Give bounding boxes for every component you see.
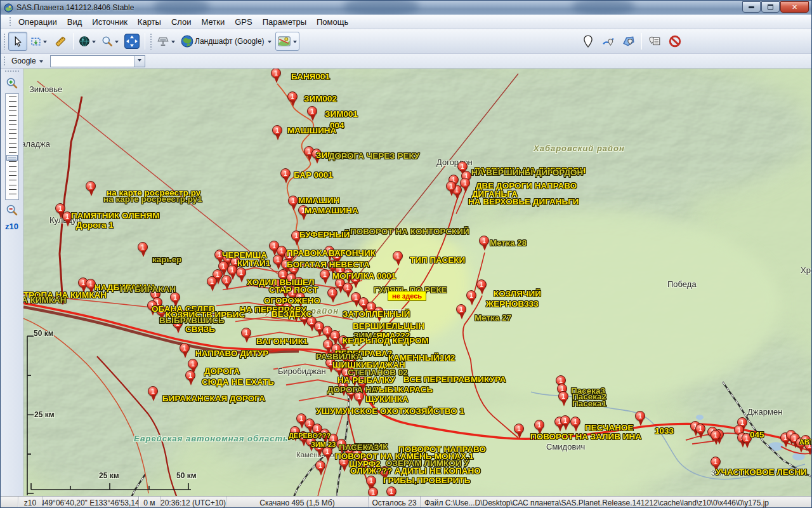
placemark-label[interactable]: Метка 28 — [490, 238, 527, 248]
placemark-label[interactable]: ЗИМ002 — [304, 94, 337, 104]
map-pin[interactable]: 1 — [86, 181, 97, 197]
placemark-label[interactable]: ММАШИН — [298, 196, 339, 205]
placemark-label[interactable]: Дорога 1 — [76, 220, 114, 230]
placemark-label[interactable]: КЕДРЫ — [343, 336, 374, 345]
zoom-out-button[interactable] — [4, 203, 20, 218]
map-pin[interactable]: 1 — [710, 430, 722, 446]
fullscreen-button[interactable] — [122, 32, 141, 51]
search-provider-button[interactable]: Google — [8, 55, 46, 67]
placemark-label[interactable]: МОГИЛКА 0001 — [332, 271, 396, 281]
map-pin[interactable]: 1 — [180, 343, 191, 359]
placemark-label[interactable]: ПАСЕКА3 — [339, 443, 379, 452]
placemark-label[interactable]: СВЯЗЬ — [185, 324, 215, 334]
map-pin[interactable]: 1 — [271, 69, 282, 84]
hide-marks-button[interactable] — [665, 32, 684, 51]
placemark-label[interactable]: ЕЛЬЦЫН — [386, 321, 424, 331]
placemark-label[interactable]: ЖЕРНОВ333 — [486, 299, 539, 309]
map-pin[interactable]: 1 — [386, 486, 398, 496]
placemark-label[interactable]: ЗИМ 23 — [311, 441, 336, 448]
placemark-label[interactable]: МИКУРА — [471, 375, 506, 384]
placemark-label[interactable]: НАПРАВО ДИТУР — [195, 349, 268, 358]
map-pin[interactable]: 1 — [241, 328, 252, 344]
placemark-label[interactable]: ТИП ПАСЕКИ — [410, 255, 465, 265]
placemark-label[interactable]: КОЗЛЯЧИЙ — [494, 289, 541, 298]
map-pin[interactable]: 1 — [558, 391, 570, 408]
map-pin[interactable]: 1 — [185, 370, 197, 387]
dark-globe-button[interactable] — [77, 32, 98, 51]
placemark-label[interactable]: ЗИМ001 — [325, 109, 358, 119]
placemark-label[interactable]: СЮДА НЕ ЕХАТЬ — [202, 377, 274, 387]
map-pin[interactable]: 1 — [207, 276, 218, 293]
placemark-label[interactable]: ВЕЗДЕХС — [272, 309, 312, 319]
map-source-button[interactable]: Ландшафт (Google) — [179, 32, 274, 51]
map-pin[interactable]: 1 — [280, 168, 292, 185]
placemark-label[interactable]: ВЫБРАВШИСЬ — [159, 316, 225, 325]
selected-placemark-label[interactable]: не здесь — [388, 291, 426, 301]
placemark-label[interactable]: ДОРОГА — [204, 366, 240, 376]
placemark-label[interactable]: ПАМЯТНИК ОЛЕНЯМ — [71, 211, 159, 220]
map-pin[interactable]: 1 — [635, 411, 646, 427]
placemark-label[interactable]: ГРИБЫ,ПРОВЕРИТЬ — [383, 476, 470, 485]
menu-item-параметры[interactable]: Параметры — [258, 15, 311, 29]
menu-item-слои[interactable]: Слои — [166, 15, 197, 29]
placemark-label[interactable]: БАР 0001 — [294, 170, 333, 180]
add-path-button[interactable] — [599, 32, 618, 51]
placemark-manager-button[interactable] — [645, 32, 664, 51]
zoom-slider-handle[interactable] — [6, 155, 18, 161]
zoom-in-button[interactable] — [4, 76, 20, 91]
title-bar[interactable]: SAS.Планета 141212.8406 Stable ✕ — [1, 1, 811, 15]
placemark-label[interactable]: БОГАТАЯ НЕВЕСТА — [287, 260, 370, 269]
placemark-label[interactable]: ВАГОНЧИК1 — [256, 337, 308, 346]
menu-item-вид[interactable]: Вид — [62, 15, 88, 29]
maximize-button[interactable] — [761, 1, 780, 13]
map-pin[interactable]: 1 — [315, 460, 327, 477]
map-pin[interactable]: 1 — [570, 417, 582, 433]
map-pin[interactable]: 1 — [479, 236, 490, 252]
search-input[interactable] — [51, 56, 134, 67]
placemark-label[interactable]: МАМАШИНА — [304, 206, 358, 215]
map-pin[interactable]: 1 — [476, 279, 488, 296]
placemark-label[interactable]: ПА НА КИМКАН — [23, 295, 66, 305]
map-pin[interactable]: 1 — [221, 275, 233, 291]
combobox-dropdown-button[interactable] — [134, 56, 145, 67]
map-viewport[interactable]: 1111111111111111111111111111111111111111… — [23, 69, 812, 496]
placemark-label[interactable]: Метка 27 — [475, 313, 511, 323]
placemark-label[interactable]: ДОРОГА ЧЕРЕЗ РЕКУ — [329, 151, 419, 161]
map-pin[interactable]: 1 — [695, 424, 707, 440]
placemark-label[interactable]: ВСЕ ПЕРЕПРАВЫ — [403, 375, 479, 384]
map-pin[interactable]: 1 — [466, 290, 478, 307]
map-pin[interactable]: 1 — [393, 251, 404, 267]
placemark-label[interactable]: ЗАТОПЛЕННЫЙ — [343, 309, 410, 319]
menu-item-карты[interactable]: Карты — [133, 15, 166, 29]
map-pin[interactable]: 1 — [307, 106, 318, 123]
map-pin[interactable]: 1 — [272, 125, 284, 142]
gps-device-button[interactable] — [155, 32, 178, 51]
pan-cursor-button[interactable] — [8, 32, 27, 51]
placemark-label[interactable]: НА ВЕРХОВЬЕ ДИГАНЬГИ — [468, 197, 579, 206]
placemark-label[interactable]: ПЕСЧАНОЕ — [585, 423, 634, 432]
measure-ruler-button[interactable] — [51, 32, 70, 51]
menu-item-операции[interactable]: Операции — [13, 15, 62, 29]
placemark-label[interactable]: ВАГОНЧИК — [329, 248, 376, 258]
add-polygon-button[interactable] — [619, 32, 638, 51]
close-button[interactable]: ✕ — [780, 1, 809, 13]
placemark-label[interactable]: БУФЕРНЫЙ — [299, 230, 350, 239]
map-pin[interactable]: 1 — [320, 269, 331, 286]
placemark-label[interactable]: 1033 — [655, 426, 674, 436]
placemark-label[interactable]: на карте росреестр.ру1 — [103, 194, 202, 204]
placemark-label[interactable]: НА БИРАКАН — [120, 284, 176, 294]
selection-tool-button[interactable] — [29, 32, 49, 51]
placemark-label[interactable]: ПОД КЕДРОМ — [371, 336, 429, 345]
placemark-label[interactable]: РЫБ1КАРАСЬ — [373, 385, 433, 394]
placemark-label[interactable]: УШУМУНСКОЕ ОХОТХОЗЯЙСТВО 1 — [316, 406, 464, 416]
placemark-label[interactable]: ОЛИЖ??? АДИТЫ НЕ КОПАНО — [350, 466, 481, 476]
map-pin[interactable]: 1 — [327, 288, 339, 304]
placemark-label[interactable]: УЧАСТКОВОЕ ЛЕСНИ — [716, 467, 807, 477]
placemark-label[interactable]: КИТАЙ1 — [237, 258, 270, 268]
placemark-label[interactable]: ЩУКИНКА — [365, 394, 409, 404]
menu-item-gps[interactable]: GPS — [230, 15, 257, 29]
layers-button[interactable] — [275, 32, 299, 51]
minimize-button[interactable] — [742, 1, 761, 13]
placemark-label[interactable]: Пасека1 — [572, 399, 606, 408]
map-pin[interactable]: 1 — [368, 487, 379, 496]
